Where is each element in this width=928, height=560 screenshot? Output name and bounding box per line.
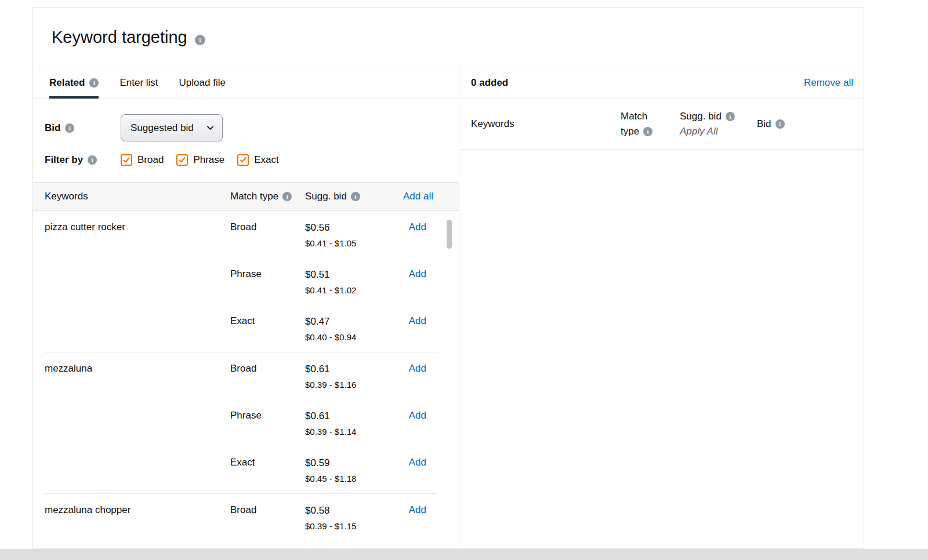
added-match-type-line2: type bbox=[621, 124, 639, 139]
bid-label-text: Bid bbox=[45, 122, 60, 134]
suggested-bid-value: $0.58 bbox=[305, 504, 397, 517]
info-icon[interactable]: i bbox=[88, 155, 97, 165]
bid-option-row: Exact $0.47 $0.40 - $0.94 Add bbox=[230, 305, 438, 352]
tab-related-label: Related bbox=[49, 77, 85, 89]
info-icon[interactable]: i bbox=[726, 112, 735, 121]
added-keywords-empty-area bbox=[459, 150, 864, 548]
chevron-down-icon bbox=[206, 124, 214, 132]
added-match-type-column-header: Match type i bbox=[621, 109, 680, 139]
bid-options: Broad $0.56 $0.41 - $1.05 Add Phrase bbox=[230, 211, 438, 352]
added-keywords-column-header: Keywords bbox=[471, 118, 621, 130]
filter-by-label: Filter by i bbox=[45, 154, 121, 166]
keyword-cell: mezzaluna chopper bbox=[45, 494, 230, 541]
suggested-bid-range: $0.39 - $1.15 bbox=[305, 521, 397, 532]
match-type-cell: Exact bbox=[230, 457, 305, 468]
table-row: pizza cutter rocker Broad $0.56 $0.41 - … bbox=[45, 211, 438, 352]
info-icon[interactable]: i bbox=[282, 192, 292, 201]
add-keyword-link[interactable]: Add bbox=[397, 315, 438, 327]
match-type-column-header-text: Match type bbox=[230, 191, 278, 202]
bid-option-row: Phrase $0.61 $0.39 - $1.14 Add bbox=[230, 399, 438, 446]
bid-option-row: Exact $0.59 $0.45 - $1.18 Add bbox=[230, 446, 438, 493]
filter-checkbox-label: Phrase bbox=[193, 154, 224, 166]
suggested-bid-dropdown-value: Suggested bid bbox=[130, 122, 194, 134]
suggested-bid-range: $0.41 - $1.02 bbox=[305, 285, 397, 296]
remove-all-link[interactable]: Remove all bbox=[804, 77, 853, 89]
keyword-cell: mezzaluna bbox=[45, 352, 230, 493]
info-icon[interactable]: i bbox=[65, 123, 74, 133]
suggested-bid-range: $0.40 - $0.94 bbox=[305, 332, 397, 343]
tab-bar: Related i Enter list Upload file bbox=[33, 67, 459, 99]
info-icon[interactable]: i bbox=[775, 119, 785, 129]
bid-cell: $0.56 $0.41 - $1.05 bbox=[305, 221, 397, 249]
add-keyword-link[interactable]: Add bbox=[397, 363, 438, 374]
tab-enter-list-label: Enter list bbox=[119, 77, 158, 89]
checkbox-checked-icon bbox=[176, 154, 188, 166]
filter-checkbox-label: Exact bbox=[254, 154, 279, 166]
add-all-link[interactable]: Add all bbox=[403, 191, 433, 202]
bid-cell: $0.61 $0.39 - $1.16 bbox=[305, 363, 397, 390]
match-type-cell: Phrase bbox=[230, 410, 305, 421]
match-type-column-header: Match type i bbox=[230, 191, 305, 202]
keywords-column-header: Keywords bbox=[45, 191, 230, 202]
bid-option-row: Phrase $0.51 $0.41 - $1.02 Add bbox=[230, 258, 438, 305]
bid-options: Broad $0.61 $0.39 - $1.16 Add Phrase bbox=[230, 352, 438, 493]
bid-option-row: Broad $0.58 $0.39 - $1.15 Add bbox=[230, 494, 438, 541]
suggested-bid-value: $0.61 bbox=[305, 363, 397, 376]
scrollbar-thumb[interactable] bbox=[447, 220, 452, 249]
add-keyword-link[interactable]: Add bbox=[397, 268, 438, 280]
tab-related[interactable]: Related i bbox=[49, 67, 99, 99]
add-keyword-link[interactable]: Add bbox=[397, 457, 438, 468]
bid-cell: $0.59 $0.45 - $1.18 bbox=[305, 457, 397, 484]
suggested-bid-dropdown[interactable]: Suggested bid bbox=[121, 114, 223, 141]
added-match-type-line1: Match bbox=[621, 109, 680, 124]
table-row: mezzaluna chopper Broad $0.58 $0.39 - $1… bbox=[45, 494, 438, 541]
filter-by-label-text: Filter by bbox=[45, 154, 83, 166]
match-type-cell: Broad bbox=[230, 504, 305, 516]
match-type-cell: Broad bbox=[230, 363, 305, 374]
bid-cell: $0.58 $0.39 - $1.15 bbox=[305, 504, 397, 532]
suggested-bid-value: $0.59 bbox=[305, 457, 397, 470]
add-keyword-link[interactable]: Add bbox=[397, 221, 438, 233]
filter-checkbox-phrase[interactable]: Phrase bbox=[176, 154, 224, 166]
checkbox-checked-icon bbox=[121, 154, 132, 166]
added-keywords-panel: 0 added Remove all Keywords Match type i bbox=[459, 67, 864, 548]
added-bid-text: Bid bbox=[757, 118, 771, 130]
added-sugg-bid-text: Sugg. bid bbox=[680, 109, 722, 124]
info-icon[interactable]: i bbox=[351, 192, 360, 201]
bid-options: Broad $0.58 $0.39 - $1.15 Add bbox=[230, 494, 438, 541]
filter-checkbox-exact[interactable]: Exact bbox=[237, 154, 279, 166]
added-panel-header: 0 added Remove all bbox=[459, 67, 864, 99]
suggested-bid-range: $0.39 - $1.16 bbox=[305, 380, 397, 390]
sugg-bid-column-header: Sugg. bid i bbox=[305, 191, 403, 202]
bid-option-row: Broad $0.56 $0.41 - $1.05 Add bbox=[230, 211, 438, 258]
sugg-bid-column-header-text: Sugg. bid bbox=[305, 191, 347, 202]
match-type-cell: Phrase bbox=[230, 268, 305, 280]
tab-upload-file[interactable]: Upload file bbox=[179, 67, 226, 99]
add-keyword-link[interactable]: Add bbox=[397, 504, 438, 516]
keyword-source-panel: Related i Enter list Upload file Bid i bbox=[33, 67, 459, 548]
tab-enter-list[interactable]: Enter list bbox=[119, 67, 158, 99]
info-icon[interactable]: i bbox=[89, 78, 99, 88]
bid-cell: $0.61 $0.39 - $1.14 bbox=[305, 410, 397, 437]
suggested-bid-range: $0.45 - $1.18 bbox=[305, 474, 397, 484]
table-row: mezzaluna Broad $0.61 $0.39 - $1.16 Add bbox=[45, 352, 438, 494]
add-keyword-link[interactable]: Add bbox=[397, 410, 438, 421]
tab-upload-file-label: Upload file bbox=[179, 77, 226, 89]
added-bid-column-header: Bid i bbox=[757, 118, 853, 130]
filter-checkbox-label: Broad bbox=[137, 154, 164, 166]
card-header: Keyword targeting i bbox=[33, 8, 864, 67]
keyword-table-header: Keywords Match type i Sugg. bid i Add al… bbox=[33, 182, 459, 211]
filter-checkbox-broad[interactable]: Broad bbox=[121, 154, 164, 166]
suggested-bid-value: $0.61 bbox=[305, 410, 397, 423]
bid-cell: $0.51 $0.41 - $1.02 bbox=[305, 268, 397, 296]
filter-control-row: Filter by i Broad bbox=[33, 154, 459, 166]
page: Keyword targeting i Related i Enter list… bbox=[0, 0, 928, 560]
bid-control-row: Bid i Suggested bid bbox=[33, 114, 459, 141]
keyword-targeting-card: Keyword targeting i Related i Enter list… bbox=[32, 7, 864, 549]
keyword-cell: pizza cutter rocker bbox=[45, 211, 230, 352]
suggested-bid-value: $0.51 bbox=[305, 268, 397, 281]
suggested-bid-value: $0.56 bbox=[305, 221, 397, 234]
checkbox-checked-icon bbox=[237, 154, 249, 166]
info-icon[interactable]: i bbox=[195, 35, 205, 45]
info-icon[interactable]: i bbox=[643, 127, 652, 136]
